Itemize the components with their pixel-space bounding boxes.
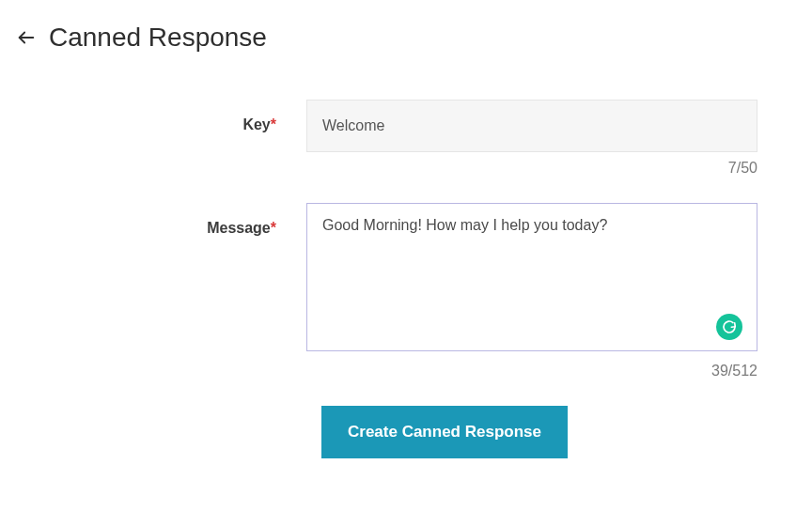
key-field-col: 7/50 <box>306 100 757 177</box>
page-title: Canned Response <box>49 23 267 53</box>
message-textarea-wrap <box>306 203 757 355</box>
message-row: Message* 39/512 <box>24 203 774 379</box>
back-arrow-icon[interactable] <box>15 26 38 49</box>
create-canned-response-button[interactable]: Create Canned Response <box>321 406 568 458</box>
required-mark: * <box>271 220 276 236</box>
required-mark: * <box>271 116 276 132</box>
page-header: Canned Response <box>15 23 774 53</box>
message-field-col: 39/512 <box>306 203 757 379</box>
message-textarea[interactable] <box>306 203 757 351</box>
message-label: Message <box>207 220 271 236</box>
key-label: Key <box>242 116 270 132</box>
message-counter: 39/512 <box>306 363 757 379</box>
key-row: Key* 7/50 <box>24 100 774 177</box>
submit-row: Create Canned Response <box>24 406 774 458</box>
message-label-wrap: Message* <box>24 203 306 237</box>
canned-response-form: Key* 7/50 Message* <box>15 100 774 458</box>
key-counter: 7/50 <box>306 160 757 177</box>
key-input[interactable] <box>306 100 757 152</box>
grammarly-icon[interactable] <box>716 314 742 340</box>
key-label-wrap: Key* <box>24 100 306 133</box>
